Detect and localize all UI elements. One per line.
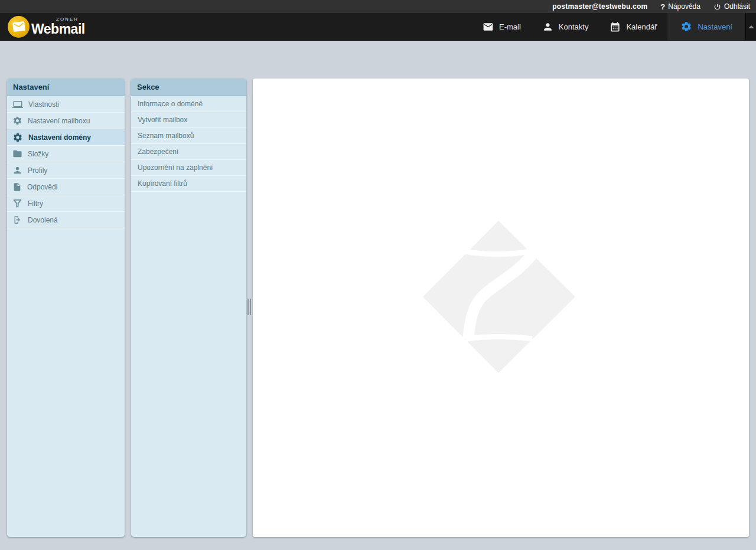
exit-icon: [12, 215, 22, 225]
sidebar-item-label: Filtry: [28, 199, 43, 208]
gear-icon: [12, 132, 23, 143]
envelope-icon: [483, 21, 494, 32]
sidebar-item-label: Profily: [28, 166, 47, 175]
sidebar-item-profily[interactable]: Profily: [7, 162, 125, 179]
section-item-label: Kopírování filtrů: [138, 179, 187, 188]
section-item-kopirovani-filtru[interactable]: Kopírování filtrů: [131, 176, 246, 192]
help-label: Nápověda: [668, 2, 700, 11]
section-item-label: Seznam mailboxů: [138, 132, 194, 140]
help-link[interactable]: ? Nápověda: [660, 2, 700, 11]
nav-tab-settings[interactable]: Nastavení: [667, 13, 745, 40]
splitter-grip-icon: [247, 299, 251, 315]
calendar-icon: [610, 21, 621, 32]
settings-panel-title: Nastavení: [7, 78, 125, 96]
folder-icon: [12, 149, 22, 159]
main-nav: E-mail Kontakty Kalendář Nastavení: [472, 13, 756, 40]
top-utility-bar: postmaster@testwebu.com ? Nápověda Odhlá…: [0, 0, 756, 13]
sidebar-item-label: Vlastnosti: [28, 100, 59, 109]
nav-tab-contacts[interactable]: Kontakty: [532, 13, 599, 40]
sidebar-item-slozky[interactable]: Složky: [7, 146, 125, 162]
nav-tab-calendar[interactable]: Kalendář: [599, 13, 667, 40]
zoner-diamond-logo-watermark: [422, 220, 576, 374]
sections-panel: Sekce Informace o doméně Vytvořit mailbo…: [131, 78, 246, 537]
logout-link[interactable]: Odhlásit: [713, 2, 750, 11]
nav-tab-email[interactable]: E-mail: [472, 13, 532, 40]
section-item-label: Upozornění na zaplnění: [138, 163, 213, 172]
settings-panel: Nastavení Vlastnosti Nastavení mailboxu …: [7, 78, 125, 537]
section-item-label: Zabezpečení: [138, 148, 178, 156]
section-item-label: Vytvořit mailbox: [138, 116, 187, 124]
help-icon: ?: [660, 2, 665, 11]
sidebar-item-label: Dovolená: [28, 216, 58, 224]
document-icon: [12, 182, 22, 192]
filter-icon: [12, 198, 22, 208]
section-item-zabezpeceni[interactable]: Zabezpečení: [131, 144, 246, 160]
sidebar-item-vlastnosti[interactable]: Vlastnosti: [7, 96, 125, 113]
person-icon: [542, 21, 553, 32]
webmail-logo[interactable]: ZONER Webmail: [0, 13, 85, 40]
section-item-label: Informace o doméně: [138, 100, 203, 108]
sidebar-item-filtry[interactable]: Filtry: [7, 195, 125, 212]
sidebar-item-label: Nastavení domény: [28, 133, 91, 142]
nav-tab-label: Kalendář: [626, 22, 657, 31]
section-item-vytvorit-mailbox[interactable]: Vytvořit mailbox: [131, 112, 246, 128]
logo-webmail-label: Webmail: [31, 22, 85, 36]
person-icon: [12, 165, 22, 175]
panel-splitter[interactable]: [246, 78, 253, 537]
section-item-informace-o-domene[interactable]: Informace o doméně: [131, 96, 246, 112]
gear-icon: [680, 21, 692, 32]
envelope-logo-icon: [8, 16, 30, 38]
sidebar-item-dovolena[interactable]: Dovolená: [7, 212, 125, 228]
collapse-header-button[interactable]: [745, 13, 756, 40]
sidebar-item-nastaveni-domeny[interactable]: Nastavení domény: [7, 129, 125, 146]
sidebar-item-label: Odpovědi: [27, 183, 57, 191]
nav-tab-label: E-mail: [499, 22, 521, 31]
sidebar-item-label: Složky: [28, 150, 48, 158]
nav-tab-label: Nastavení: [698, 22, 732, 31]
logout-label: Odhlásit: [724, 2, 750, 11]
power-icon: [713, 3, 721, 11]
logo-text: ZONER Webmail: [31, 17, 85, 36]
chevron-up-icon: [748, 25, 754, 28]
sidebar-item-label: Nastavení mailboxu: [28, 117, 90, 125]
sidebar-item-odpovedi[interactable]: Odpovědi: [7, 179, 125, 195]
main-header: ZONER Webmail E-mail Kontakty Kalendář: [0, 13, 756, 41]
logged-in-user-email: postmaster@testwebu.com: [552, 2, 647, 11]
nav-tab-label: Kontakty: [559, 22, 589, 31]
content-area: [253, 78, 749, 537]
sections-panel-title: Sekce: [131, 78, 246, 96]
gear-icon: [12, 116, 22, 126]
section-item-upozorneni-na-zaplneni[interactable]: Upozornění na zaplnění: [131, 160, 246, 176]
sidebar-item-nastaveni-mailboxu[interactable]: Nastavení mailboxu: [7, 113, 125, 129]
laptop-icon: [12, 99, 23, 110]
section-item-seznam-mailboxu[interactable]: Seznam mailboxů: [131, 128, 246, 144]
